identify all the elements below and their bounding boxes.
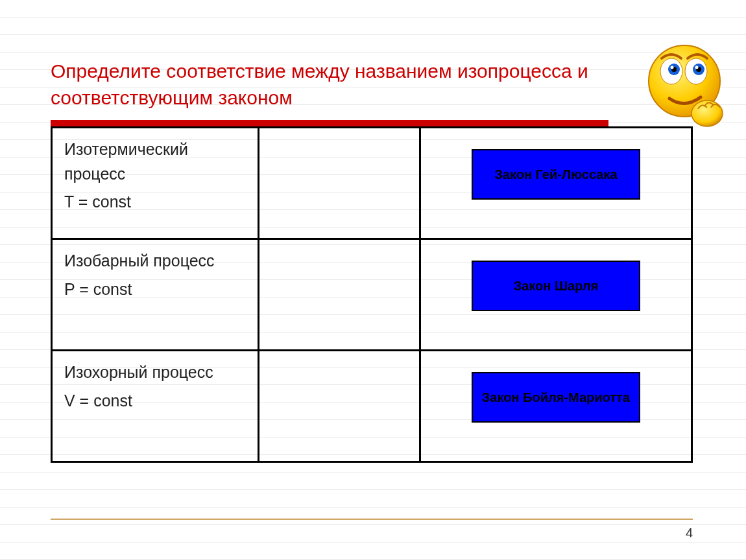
- match-table: Изотермический процесс T = const Закон Г…: [51, 126, 693, 463]
- svg-point-7: [671, 66, 674, 69]
- table-row: Изохорный процесс V = const Закон Бойля-…: [52, 351, 692, 462]
- slide-title: Определите соответствие между названием …: [51, 58, 621, 111]
- process-cell: Изобарный процесс P = const: [52, 239, 259, 351]
- law-tile[interactable]: Закон Шарля: [472, 261, 640, 311]
- drop-target-cell[interactable]: [259, 351, 420, 462]
- svg-point-9: [692, 100, 723, 126]
- table-row: Изотермический процесс T = const Закон Г…: [52, 128, 692, 239]
- process-formula: T = const: [64, 190, 246, 215]
- title-underline: [51, 120, 608, 126]
- svg-point-8: [695, 66, 699, 69]
- footer-rule: [51, 519, 693, 520]
- law-tile[interactable]: Закон Бойля-Мариотта: [472, 372, 640, 423]
- slide-content: Определите соответствие между названием …: [0, 0, 746, 560]
- drop-target-cell[interactable]: [259, 128, 420, 239]
- process-formula: P = const: [64, 277, 246, 302]
- process-cell: Изохорный процесс V = const: [52, 351, 259, 462]
- thinking-smiley-icon: [642, 39, 733, 136]
- process-name: Изотермический процесс: [64, 137, 246, 186]
- law-cell: Закон Бойля-Мариотта: [420, 351, 692, 462]
- process-formula: V = const: [64, 389, 246, 414]
- law-cell: Закон Шарля: [420, 239, 692, 351]
- page-number: 4: [686, 526, 693, 541]
- process-name: Изохорный процесс: [64, 360, 246, 385]
- law-tile[interactable]: Закон Гей-Люссака: [472, 149, 640, 200]
- table-row: Изобарный процесс P = const Закон Шарля: [52, 239, 692, 351]
- drop-target-cell[interactable]: [259, 239, 420, 351]
- process-name: Изобарный процесс: [64, 249, 246, 274]
- law-cell: Закон Гей-Люссака: [420, 128, 692, 239]
- process-cell: Изотермический процесс T = const: [52, 128, 259, 239]
